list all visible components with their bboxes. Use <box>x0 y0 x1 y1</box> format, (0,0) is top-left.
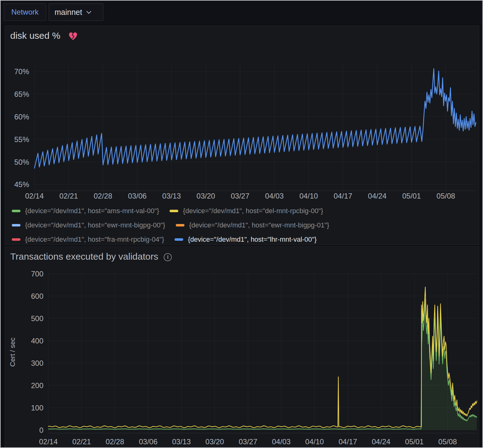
series-area-0 <box>48 299 477 430</box>
x-tick-labels: 02/1402/2102/2803/0603/1303/2003/2704/03… <box>39 437 457 446</box>
grafana-dashboard: Network mainnet disk used % 45%50%55%60%… <box>0 0 483 448</box>
svg-text:400: 400 <box>31 337 43 345</box>
svg-text:02/21: 02/21 <box>60 192 78 200</box>
legend-item-lhr-mnt-val-00[interactable]: {device="/dev/md1", host="lhr-mnt-val-00… <box>175 235 317 244</box>
x-tick-labels: 02/1402/2102/2803/0603/1303/2003/2704/03… <box>25 192 455 200</box>
legend-label: {device="/dev/md1", host="del-mnt-rpcbig… <box>183 207 323 215</box>
svg-text:04/03: 04/03 <box>272 437 290 446</box>
svg-text:03/20: 03/20 <box>206 437 224 446</box>
svg-text:700: 700 <box>31 270 43 278</box>
svg-text:03/06: 03/06 <box>139 437 157 446</box>
svg-text:04/17: 04/17 <box>339 437 357 446</box>
svg-text:02/28: 02/28 <box>94 192 112 200</box>
series-line-1 <box>48 287 477 428</box>
svg-text:55%: 55% <box>14 135 29 144</box>
variable-network-value-text: mainnet <box>55 8 82 17</box>
svg-text:02/14: 02/14 <box>25 192 44 200</box>
svg-text:05/01: 05/01 <box>402 192 421 200</box>
transactions-chart-plot[interactable]: 010020030040050060070002/1402/2102/2803/… <box>5 247 480 448</box>
legend-label: {device="/dev/md1", host="fra-mnt-rpcbig… <box>25 235 164 244</box>
svg-text:0: 0 <box>39 426 43 434</box>
svg-text:300: 300 <box>31 359 43 367</box>
panel-transactions-header: Transactions executed by validators i <box>10 247 172 267</box>
grid-lines <box>48 274 477 433</box>
legend-row: {device="/dev/md1", host="fra-mnt-rpcbig… <box>12 232 340 247</box>
svg-text:500: 500 <box>31 314 43 323</box>
svg-text:04/24: 04/24 <box>368 192 387 200</box>
svg-text:600: 600 <box>31 292 43 300</box>
legend-item-del-mnt-rpcbig-00[interactable]: {device="/dev/md1", host="del-mnt-rpcbig… <box>170 207 323 215</box>
series-color-swatch <box>176 224 184 226</box>
svg-text:05/08: 05/08 <box>436 192 455 200</box>
svg-text:04/17: 04/17 <box>334 192 352 200</box>
series-color-swatch <box>170 210 178 212</box>
legend-label: {device="/dev/md1", host="ams-mnt-val-00… <box>25 207 159 215</box>
panel-title-transactions[interactable]: Transactions executed by validators <box>10 251 158 262</box>
legend-label: {device="/dev/md1", host="ewr-mnt-bigpg-… <box>189 221 329 229</box>
y-tick-labels: 45%50%55%60%65%70% <box>14 67 29 189</box>
svg-text:03/20: 03/20 <box>197 192 215 200</box>
panel-disk-used-header: disk used % <box>10 26 78 46</box>
panel-disk-used: disk used % 45%50%55%60%65%70%02/1402/21… <box>5 25 479 245</box>
dashboard-variables-bar: Network mainnet <box>1 1 482 24</box>
svg-text:03/13: 03/13 <box>162 192 181 200</box>
legend-item-ams-mnt-val-00[interactable]: {device="/dev/md1", host="ams-mnt-val-00… <box>12 207 159 215</box>
svg-text:03/27: 03/27 <box>239 437 257 446</box>
legend-item-ewr-mnt-bigpg-00[interactable]: {device="/dev/md1", host="ewr-mnt-bigpg-… <box>12 221 165 229</box>
series-color-swatch <box>12 238 20 241</box>
svg-text:04/10: 04/10 <box>299 192 318 200</box>
broken-heart-icon <box>69 32 78 41</box>
series-color-swatch <box>175 238 183 241</box>
svg-text:45%: 45% <box>14 180 29 189</box>
y-tick-labels: 0100200300400500600700 <box>31 270 43 434</box>
series-line-0 <box>48 299 477 429</box>
legend-item-ewr-mnt-bigpg-01[interactable]: {device="/dev/md1", host="ewr-mnt-bigpg-… <box>176 221 329 229</box>
svg-text:200: 200 <box>31 381 43 390</box>
svg-text:65%: 65% <box>14 90 29 98</box>
legend-label: {device="/dev/md1", host="ewr-mnt-bigpg-… <box>25 221 165 229</box>
svg-text:03/13: 03/13 <box>172 437 191 446</box>
variable-network-value-dropdown[interactable]: mainnet <box>49 3 103 21</box>
svg-text:100: 100 <box>31 404 43 412</box>
chevron-down-icon <box>86 9 91 14</box>
svg-text:02/28: 02/28 <box>106 437 124 446</box>
svg-text:60%: 60% <box>14 113 29 121</box>
variable-network-label-text: Network <box>11 8 38 16</box>
legend-row: {device="/dev/md1", host="ewr-mnt-bigpg-… <box>12 218 340 232</box>
svg-text:03/27: 03/27 <box>231 192 249 200</box>
info-icon[interactable]: i <box>164 253 172 261</box>
svg-text:02/21: 02/21 <box>72 437 91 446</box>
legend-label: {device="/dev/md1", host="lhr-mnt-val-00… <box>188 235 317 244</box>
info-icon-glyph: i <box>167 254 169 260</box>
svg-text:02/14: 02/14 <box>39 437 58 446</box>
svg-text:04/24: 04/24 <box>372 437 390 446</box>
variable-network-label[interactable]: Network <box>4 3 46 21</box>
series-line-0 <box>34 69 476 168</box>
svg-text:70%: 70% <box>14 67 29 76</box>
svg-text:50%: 50% <box>14 158 29 166</box>
series-color-swatch <box>12 210 20 212</box>
legend-item-fra-mnt-rpcbig-04[interactable]: {device="/dev/md1", host="fra-mnt-rpcbig… <box>12 235 164 244</box>
chart-legend: {device="/dev/md1", host="ams-mnt-val-00… <box>12 204 340 247</box>
svg-text:03/06: 03/06 <box>128 192 147 200</box>
panel-title-disk-used[interactable]: disk used % <box>10 30 60 41</box>
svg-text:04/10: 04/10 <box>305 437 324 446</box>
svg-text:04/03: 04/03 <box>265 192 284 200</box>
y-axis-title: Cert / sec <box>9 338 16 367</box>
panel-transactions-executed: Transactions executed by validators i 01… <box>5 246 479 448</box>
svg-text:05/08: 05/08 <box>438 437 457 446</box>
legend-row: {device="/dev/md1", host="ams-mnt-val-00… <box>12 204 340 218</box>
series-color-swatch <box>12 224 20 226</box>
svg-text:05/01: 05/01 <box>405 437 424 446</box>
